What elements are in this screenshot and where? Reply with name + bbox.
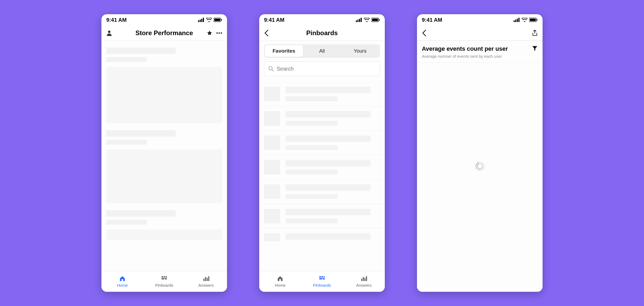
skeleton-block: [101, 41, 227, 62]
page-title: Pinboards: [283, 29, 361, 37]
tab-answers[interactable]: Answers: [185, 271, 227, 292]
content-area: Average events count per user Average nu…: [417, 41, 543, 292]
svg-rect-37: [366, 276, 367, 281]
tab-label: Answers: [198, 283, 214, 287]
list-item[interactable]: [259, 155, 385, 179]
svg-rect-22: [359, 19, 360, 22]
svg-rect-40: [517, 19, 518, 22]
svg-rect-5: [214, 19, 220, 21]
status-icons: [356, 18, 380, 22]
list-item[interactable]: [259, 106, 385, 130]
wifi-icon: [522, 18, 528, 22]
signal-icon: [356, 18, 362, 22]
svg-rect-32: [319, 278, 322, 279]
svg-rect-12: [164, 276, 165, 278]
status-bar: 9:41 AM: [101, 14, 227, 26]
svg-rect-3: [203, 18, 204, 22]
svg-rect-25: [372, 19, 378, 21]
thumbnail-placeholder: [264, 136, 280, 150]
svg-rect-41: [518, 18, 519, 22]
svg-line-28: [272, 70, 274, 71]
profile-icon[interactable]: [106, 30, 112, 36]
nav-header: Pinboards: [259, 26, 385, 41]
filter-icon[interactable]: [532, 45, 538, 51]
tab-answers[interactable]: Answers: [343, 271, 385, 292]
home-icon: [119, 275, 126, 282]
svg-rect-23: [361, 18, 362, 22]
svg-rect-19: [208, 276, 209, 281]
more-icon[interactable]: [216, 32, 222, 34]
thumbnail-placeholder: [264, 209, 280, 223]
answers-icon: [202, 275, 210, 282]
search-input[interactable]: [277, 66, 376, 72]
battery-icon: [529, 18, 538, 22]
skeleton-card: [106, 67, 222, 123]
svg-rect-14: [162, 278, 164, 279]
pinboard-list: [259, 82, 385, 246]
tab-home[interactable]: Home: [259, 271, 301, 292]
thumbnail-placeholder: [264, 233, 280, 241]
content-area: [101, 41, 227, 271]
loading-spinner: [474, 161, 485, 172]
svg-rect-0: [198, 20, 199, 22]
tab-home[interactable]: Home: [101, 271, 143, 292]
list-item[interactable]: [259, 204, 385, 228]
back-icon[interactable]: [264, 30, 269, 37]
svg-rect-30: [321, 276, 323, 278]
svg-rect-1: [200, 20, 201, 22]
svg-rect-44: [537, 19, 538, 21]
svg-rect-39: [515, 20, 516, 22]
star-icon[interactable]: [207, 30, 213, 36]
svg-point-10: [221, 32, 222, 34]
status-time: 9:41 AM: [422, 17, 442, 23]
share-icon[interactable]: [532, 30, 538, 37]
skeleton-card: [106, 230, 222, 240]
svg-rect-34: [361, 279, 362, 281]
svg-rect-43: [530, 19, 536, 21]
svg-rect-20: [356, 20, 357, 22]
svg-point-27: [269, 67, 272, 70]
svg-rect-17: [205, 277, 206, 281]
home-icon: [276, 275, 284, 282]
svg-rect-6: [221, 19, 222, 21]
answer-title: Average events count per user: [422, 45, 508, 52]
status-time: 9:41 AM: [264, 17, 284, 23]
skeleton-card: [106, 150, 222, 203]
tab-label: Pinboards: [313, 283, 331, 287]
svg-rect-13: [166, 276, 167, 278]
svg-rect-33: [323, 278, 325, 279]
tab-pinboards[interactable]: Pinboards: [301, 271, 343, 292]
segmented-control: Favorites All Yours: [264, 44, 380, 58]
wifi-icon: [206, 18, 212, 22]
nav-header: [417, 26, 543, 41]
back-icon[interactable]: [422, 30, 427, 37]
thumbnail-placeholder: [264, 184, 280, 199]
answer-header: Average events count per user Average nu…: [417, 41, 543, 63]
status-time: 9:41 AM: [106, 17, 127, 23]
status-bar: 9:41 AM: [417, 14, 543, 26]
battery-icon: [371, 18, 380, 22]
svg-rect-2: [201, 19, 202, 22]
signal-icon: [514, 18, 520, 22]
segment-favorites[interactable]: Favorites: [265, 45, 303, 57]
screen-home: 9:41 AM Store Performance: [101, 14, 227, 292]
list-item[interactable]: [259, 179, 385, 204]
list-item[interactable]: [259, 228, 385, 246]
tab-label: Pinboards: [155, 283, 173, 287]
status-icons: [514, 18, 538, 22]
svg-rect-11: [162, 276, 163, 278]
segment-all[interactable]: All: [303, 45, 341, 57]
list-item[interactable]: [259, 130, 385, 155]
svg-rect-31: [324, 276, 325, 278]
svg-rect-21: [357, 20, 358, 22]
pinboards-icon: [318, 275, 326, 282]
svg-rect-36: [364, 278, 365, 281]
tab-label: Answers: [356, 283, 372, 287]
list-item[interactable]: [259, 82, 385, 106]
tab-label: Home: [275, 283, 286, 287]
segment-yours[interactable]: Yours: [341, 45, 379, 57]
search-box[interactable]: [264, 61, 380, 76]
nav-header: Store Performance: [101, 26, 227, 41]
page-title: Store Performance: [125, 29, 203, 37]
tab-pinboards[interactable]: Pinboards: [143, 271, 185, 292]
